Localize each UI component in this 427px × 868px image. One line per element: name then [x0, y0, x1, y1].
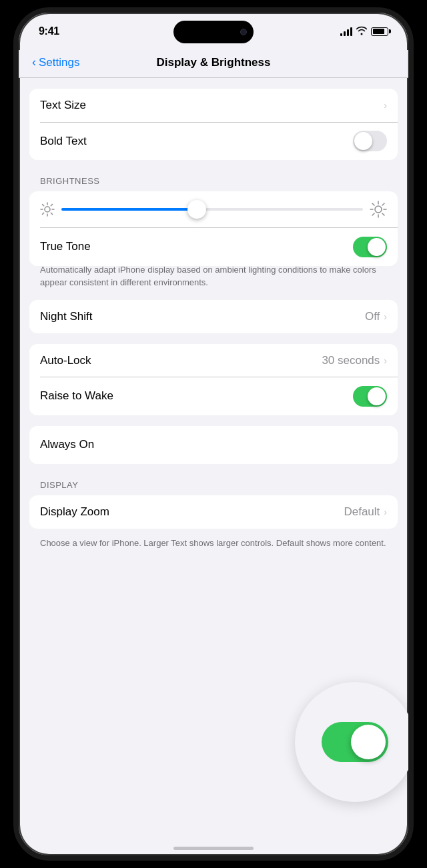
- night-shift-chevron-icon: ›: [384, 311, 387, 322]
- brightness-low-icon: [40, 202, 55, 217]
- always-on-toggle-knob: [368, 436, 386, 454]
- bold-text-row[interactable]: Bold Text: [29, 122, 398, 160]
- true-tone-row[interactable]: True Tone: [29, 228, 398, 266]
- raise-to-wake-toggle[interactable]: [353, 386, 387, 407]
- page-title: Display & Brightness: [157, 56, 271, 69]
- always-on-toggle-large[interactable]: [322, 722, 388, 762]
- brightness-slider-row[interactable]: [29, 191, 398, 227]
- always-on-row[interactable]: Always On: [29, 426, 398, 464]
- text-size-chevron-icon: ›: [384, 100, 387, 111]
- display-zoom-value: Default: [344, 505, 380, 519]
- text-size-right: ›: [384, 100, 387, 111]
- content-area: ‹ Settings Display & Brightness Text Siz…: [19, 50, 408, 855]
- true-tone-toggle-knob: [368, 238, 386, 256]
- svg-line-5: [43, 205, 44, 206]
- svg-point-0: [45, 207, 50, 212]
- bold-text-label: Bold Text: [40, 135, 87, 148]
- text-size-row[interactable]: Text Size ›: [29, 89, 398, 122]
- lock-group: Auto-Lock 30 seconds › Raise to Wake: [29, 344, 398, 415]
- auto-lock-chevron-icon: ›: [384, 355, 387, 366]
- display-zoom-label: Display Zoom: [40, 505, 109, 519]
- svg-line-7: [51, 205, 52, 206]
- night-shift-value: Off: [365, 310, 380, 323]
- svg-line-6: [51, 213, 52, 214]
- svg-point-9: [375, 206, 382, 213]
- wifi-icon: [356, 26, 367, 37]
- display-zoom-note: Choose a view for iPhone. Larger Text sh…: [29, 531, 398, 558]
- svg-line-17: [372, 213, 374, 215]
- display-section-label-container: DISPLAY: [29, 475, 398, 495]
- auto-lock-label: Auto-Lock: [40, 354, 91, 367]
- raise-to-wake-label: Raise to Wake: [40, 389, 113, 403]
- brightness-slider-thumb: [187, 200, 206, 219]
- svg-line-8: [43, 213, 44, 214]
- raise-to-wake-toggle-knob: [368, 387, 386, 405]
- true-tone-toggle[interactable]: [353, 237, 387, 257]
- brightness-slider[interactable]: [61, 208, 363, 211]
- raise-to-wake-row[interactable]: Raise to Wake: [29, 377, 398, 415]
- back-button[interactable]: ‹ Settings: [32, 55, 79, 69]
- camera-dot: [240, 29, 247, 35]
- night-shift-row[interactable]: Night Shift Off ›: [29, 300, 398, 333]
- bold-text-toggle[interactable]: [353, 131, 387, 151]
- back-chevron-icon: ‹: [32, 55, 36, 69]
- night-shift-right: Off ›: [365, 310, 387, 323]
- brightness-section-label: BRIGHTNESS: [29, 171, 398, 191]
- true-tone-label: True Tone: [40, 240, 91, 253]
- always-on-group: Always On: [29, 426, 398, 464]
- svg-line-16: [382, 203, 384, 205]
- phone-frame: 9:41 ‹ Se: [13, 7, 414, 861]
- text-size-label: Text Size: [40, 99, 86, 112]
- brightness-label: BRIGHTNESS: [29, 176, 398, 191]
- home-indicator: [173, 847, 254, 850]
- auto-lock-right: 30 seconds ›: [322, 354, 387, 367]
- signal-bars-icon: [340, 27, 352, 36]
- svg-line-14: [372, 203, 374, 205]
- display-zoom-chevron-icon: ›: [384, 507, 387, 517]
- brightness-group: True Tone: [29, 191, 398, 266]
- night-shift-label: Night Shift: [40, 310, 92, 323]
- settings-list: Text Size › Bold Text BRIGHTNESS: [19, 78, 408, 577]
- nav-bar: ‹ Settings Display & Brightness: [19, 50, 408, 78]
- auto-lock-row[interactable]: Auto-Lock 30 seconds ›: [29, 344, 398, 377]
- svg-line-15: [382, 213, 384, 215]
- display-zoom-group: Display Zoom Default ›: [29, 495, 398, 529]
- brightness-slider-fill: [61, 208, 197, 211]
- back-label: Settings: [39, 56, 79, 69]
- text-settings-group: Text Size › Bold Text: [29, 89, 398, 160]
- auto-lock-value: 30 seconds: [322, 354, 380, 367]
- status-time: 9:41: [39, 25, 59, 37]
- bold-text-toggle-knob: [354, 132, 372, 150]
- always-on-toggle-large-knob: [351, 725, 386, 759]
- always-on-overlay: [295, 682, 408, 802]
- status-icons: [340, 26, 388, 37]
- night-shift-group: Night Shift Off ›: [29, 300, 398, 333]
- display-zoom-row[interactable]: Display Zoom Default ›: [29, 495, 398, 529]
- display-zoom-right: Default ›: [344, 505, 387, 519]
- battery-icon: [371, 27, 388, 36]
- brightness-high-icon: [370, 201, 387, 218]
- always-on-label: Always On: [40, 438, 94, 451]
- display-section-label: DISPLAY: [29, 480, 398, 495]
- dynamic-island: [173, 21, 254, 43]
